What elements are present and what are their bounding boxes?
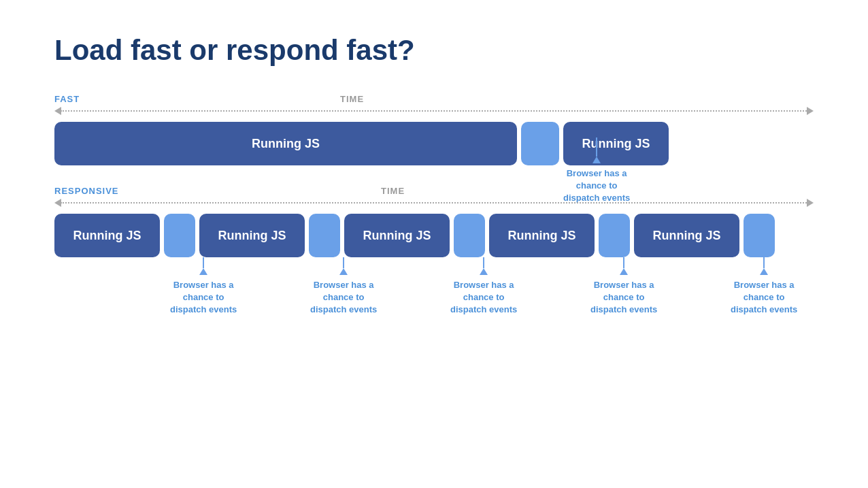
- fast-timeline-arrow: [54, 107, 814, 115]
- resp-annotation-4: Browser has achance todispatch events: [590, 257, 657, 316]
- responsive-section: RESPONSIVE TIME Running JS Running JS Ru…: [54, 186, 814, 325]
- fast-annotation-line: [596, 137, 597, 157]
- resp-gap-4: [599, 214, 630, 257]
- resp-gap-1: [164, 214, 195, 257]
- page-title: Load fast or respond fast?: [54, 34, 814, 67]
- resp-annotation-2: Browser has achance todispatch events: [310, 257, 377, 316]
- slide: Load fast or respond fast? FAST TIME Run…: [0, 0, 868, 488]
- fast-label: FAST: [54, 94, 80, 104]
- fast-js-block-large: Running JS: [54, 122, 517, 165]
- responsive-time-label: TIME: [381, 186, 405, 196]
- resp-gap-2: [309, 214, 340, 257]
- responsive-label: RESPONSIVE: [54, 186, 119, 196]
- resp-js-block-4: Running JS: [489, 214, 595, 257]
- fast-blocks-row: Running JS Running JS: [54, 122, 814, 165]
- resp-annotation-5: Browser has achance todispatch events: [731, 257, 797, 316]
- fast-gap-block: [521, 122, 559, 165]
- fast-time-label: TIME: [340, 94, 364, 104]
- resp-js-block-2: Running JS: [199, 214, 305, 257]
- responsive-blocks-row: Running JS Running JS Running JS Running…: [54, 214, 814, 257]
- responsive-timeline-arrow: [54, 199, 814, 207]
- resp-dotted-line: [61, 202, 807, 204]
- resp-annotation-3: Browser has achance todispatch events: [450, 257, 517, 316]
- fast-dotted-line: [61, 110, 807, 112]
- arrow-right-icon: [807, 107, 814, 115]
- fast-section: FAST TIME Running JS Running JS Browser …: [54, 94, 814, 165]
- resp-js-block-1: Running JS: [54, 214, 160, 257]
- resp-annotation-1: Browser has achance todispatch events: [170, 257, 237, 316]
- resp-js-block-5: Running JS: [634, 214, 739, 257]
- resp-js-block-3: Running JS: [344, 214, 450, 257]
- resp-gap-3: [454, 214, 485, 257]
- resp-annotations-container: Browser has achance todispatch events Br…: [54, 257, 814, 325]
- resp-gap-5: [744, 214, 775, 257]
- fast-annotation-arrow: [592, 157, 601, 163]
- resp-arrow-right-icon: [807, 199, 814, 207]
